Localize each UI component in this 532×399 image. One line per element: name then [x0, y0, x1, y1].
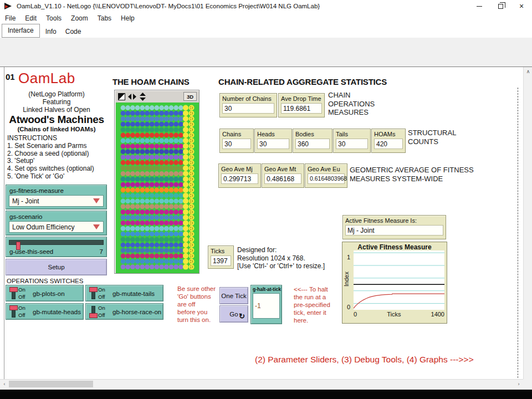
tab-interface[interactable]: Interface: [2, 24, 40, 38]
tab-bar: Interface Info Code: [0, 24, 532, 38]
horizontal-scrollbar[interactable]: ‹ ›: [0, 379, 523, 388]
scroll-left-icon[interactable]: ‹: [0, 380, 9, 388]
monitor-label: Geo Ave Mt: [264, 166, 301, 172]
forever-icon: ↻: [239, 312, 245, 320]
switch-plots-on[interactable]: OnOff gb-plots-on: [6, 285, 84, 301]
restore-button[interactable]: [490, 0, 511, 12]
title-bar: OamLab_V1.10 - NetLogo {\\LENOVODT\Lenov…: [0, 0, 532, 12]
setup-button[interactable]: Setup: [6, 259, 107, 275]
instruction-step: 3. 'Setup': [7, 157, 94, 165]
monitor-label: Ave Drop Time: [281, 95, 322, 102]
model-subtitle-block: (NetLogo Platform) Featuring Linked Halv…: [4, 90, 109, 133]
one-tick-button[interactable]: One Tick: [219, 287, 248, 304]
platform-note: (NetLogo Platform): [4, 90, 109, 98]
menu-help[interactable]: Help: [121, 14, 135, 22]
monitor-ticks: Ticks 1397: [208, 245, 234, 269]
switch-mutate-heads[interactable]: OnOff gb-mutate-heads: [6, 303, 84, 320]
scroll-up-icon[interactable]: ∧: [524, 67, 532, 76]
vertical-scrollbar[interactable]: ∧ ∨: [523, 67, 532, 388]
monitor-label: Bodies: [295, 131, 330, 137]
go-button[interactable]: Go ↻: [219, 305, 248, 323]
window-title: OamLab_V1.10 - NetLogo {\\LENOVODT\Lenov…: [17, 3, 320, 9]
world-agents: [116, 103, 199, 273]
close-icon: ×: [519, 2, 524, 10]
netlogo-logo-icon: [4, 3, 13, 10]
view-3d-button[interactable]: 3D: [183, 92, 197, 101]
monitor-value: 119.6861: [281, 103, 322, 114]
monitor-value: 420: [374, 139, 403, 149]
seed-slider[interactable]: g-use-this-seed 7: [6, 237, 107, 257]
monitor-value: 30: [222, 139, 251, 149]
switch-horse-race-on[interactable]: OnOff gb-horse-race-on: [85, 303, 163, 320]
monitor-value: 30: [336, 139, 368, 149]
switch-on-label: On: [18, 287, 25, 294]
x-tick-max: 1400: [431, 311, 444, 318]
work-area-dashed-border: [518, 88, 518, 383]
halt-at-tick-input[interactable]: [253, 293, 280, 319]
design-note: Designed for:Resolution 1024 x 768.[Use …: [237, 246, 325, 270]
monitor-label: Ticks: [211, 248, 231, 254]
menu-edit[interactable]: Edit: [25, 14, 37, 22]
view-titlebar: 3D: [115, 91, 198, 102]
chooser-value: Mj - Joint: [12, 197, 93, 205]
menu-tools[interactable]: Tools: [46, 14, 62, 22]
view-horizontal-arrows-icon: [128, 93, 136, 100]
close-button[interactable]: ×: [511, 0, 532, 12]
machines-title: Atwood's Machines: [4, 114, 109, 125]
chain-ops-caption: CHAINOPERATIONSMEASURES: [328, 91, 375, 117]
monitor-value: 360: [295, 139, 330, 149]
monitor-geo-ave-mt: Geo Ave Mt 0.486168: [262, 163, 304, 188]
monitor-hoams: HOAMs 420: [371, 129, 406, 153]
monitor-label: Heads: [257, 131, 289, 137]
scroll-right-icon[interactable]: ›: [514, 380, 523, 388]
footer-pointer-note: (2) Parameter Sliders, (3) Debug Tools, …: [255, 355, 474, 365]
switch-knob-icon: [89, 287, 98, 292]
view-heading: THE HOAM CHAINS: [112, 77, 190, 86]
switch-label: gb-horse-race-on: [112, 309, 161, 315]
slider-groove: [9, 240, 104, 245]
switch-off-label: Off: [98, 294, 105, 301]
chooser-fitness-measure[interactable]: gs-fitness-measure Mj - Joint: [6, 185, 107, 209]
minimize-button[interactable]: [469, 0, 490, 12]
chooser-scenario[interactable]: gs-scenario Low Odum Efficiency: [6, 211, 107, 236]
monitor-geo-ave-eu: Geo Ave Eu 0.61648039680: [305, 163, 347, 188]
instruction-step: 1. Set Scenario and Parms: [7, 142, 94, 150]
monitor-value: 1397: [211, 255, 231, 266]
toolbar: ✎ Edit Delete + Add Abc defghi jkl Note …: [0, 38, 532, 67]
structural-counts-caption: STRUCTURALCOUNTS: [408, 129, 456, 146]
monitor-active-fitness-measure: Active Fitness Measure Is: Mj - Joint: [342, 215, 446, 239]
monitor-label: Tails: [336, 131, 368, 137]
menu-bar: File Edit Tools Zoom Tabs Help: [0, 12, 532, 24]
monitor-tails: Tails 30: [333, 129, 371, 153]
halt-help-note: <<--- To haltthe run at apre-specified t…: [294, 285, 330, 324]
geo-average-caption: GEOMETRIC AVERAGE OF FITNESSMEASURES SYS…: [350, 166, 474, 183]
y-axis-label: Index: [343, 272, 350, 287]
chooser-value: Low Odum Efficiency: [12, 223, 93, 231]
monitor-label: HOAMs: [374, 131, 403, 137]
halt-at-tick-widget: g-halt-at-tick: [250, 285, 282, 324]
switch-mutate-tails[interactable]: OnOff gb-mutate-tails: [85, 285, 163, 301]
menu-zoom[interactable]: Zoom: [71, 14, 88, 22]
switch-off-label: Off: [18, 294, 25, 301]
menu-tabs[interactable]: Tabs: [98, 14, 111, 22]
dropdown-triangle-icon: [93, 198, 100, 203]
monitor-value: 0.61648039680: [308, 173, 345, 184]
tab-code[interactable]: Code: [61, 26, 86, 38]
featuring-note: Featuring: [4, 98, 109, 106]
view-vertical-arrows-icon: [139, 93, 146, 101]
switch-knob-icon: [89, 313, 98, 318]
monitor-label: Geo Ave Mj: [221, 166, 258, 172]
restore-icon: [498, 4, 503, 9]
instructions-title: INSTRUCTIONS: [7, 135, 94, 142]
monitor-number-of-chains: Number of Chains 30: [219, 93, 277, 117]
horizontal-scroll-thumb[interactable]: [9, 381, 93, 387]
go-button-label: Go: [229, 311, 238, 318]
tab-info[interactable]: Info: [41, 26, 61, 38]
monitor-geo-ave-mj: Geo Ave Mj 0.299713: [218, 163, 261, 188]
menu-file[interactable]: File: [5, 14, 16, 22]
monitor-value: Mj - Joint: [345, 225, 443, 236]
switch-knob-icon: [9, 305, 18, 310]
switch-label: gb-plots-on: [33, 290, 65, 297]
bottom-black-strip: [0, 390, 532, 399]
halt-input-label: g-halt-at-tick: [253, 287, 280, 292]
